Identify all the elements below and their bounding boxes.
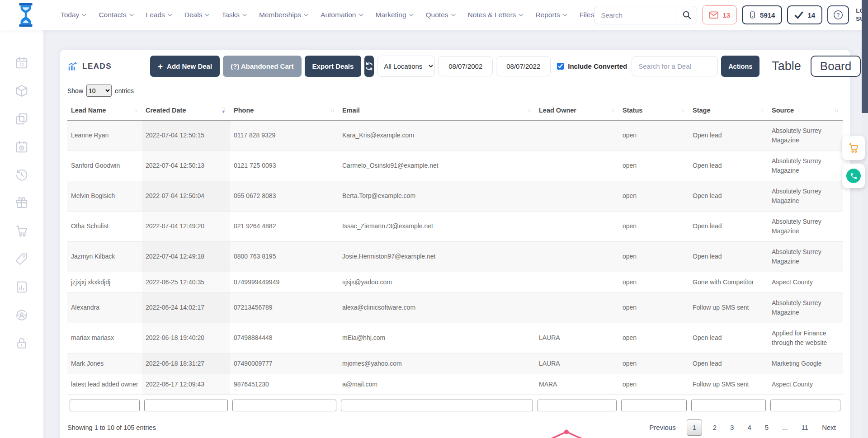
actions-button[interactable]: Actions — [721, 56, 760, 77]
phone-green-icon — [846, 169, 861, 183]
table-row[interactable]: jzjxjxj xkxkdjdj2022-06-25 12:40:3507499… — [67, 272, 843, 292]
sort-icon: ↑↓ — [611, 108, 614, 113]
view-table-button[interactable]: Table — [769, 59, 804, 74]
price-tag-icon[interactable]: $ — [15, 252, 28, 266]
export-deals-button[interactable]: Export Deals — [305, 56, 362, 77]
add-new-deal-button[interactable]: + Add New Deal — [150, 56, 220, 77]
pagination: Previous12345...11Next — [642, 419, 843, 436]
page-ellipsis[interactable]: ... — [775, 420, 795, 435]
filter-input-phone[interactable] — [232, 400, 336, 411]
filter-input-status[interactable] — [621, 400, 687, 411]
column-header-lead-name[interactable]: Lead Name↑↓ — [67, 102, 142, 120]
calendar-icon[interactable]: 12 — [15, 56, 28, 70]
column-header-lead-owner[interactable]: Lead Owner↑↓ — [535, 102, 619, 120]
calls-badge[interactable]: 5914 — [742, 5, 782, 24]
gift-icon[interactable] — [15, 196, 28, 210]
page-next[interactable]: Next — [815, 420, 843, 435]
nav-contacts[interactable]: Contacts — [99, 11, 133, 19]
search-button[interactable] — [676, 6, 697, 24]
table-row[interactable]: latest lead added owner2022-06-17 12:09:… — [67, 374, 843, 395]
call-widget[interactable] — [842, 164, 865, 188]
table-row[interactable]: Alexandra2022-06-24 14:02:1707213456789a… — [67, 292, 843, 323]
column-header-stage[interactable]: Stage↑↓ — [689, 102, 768, 120]
nav-tasks[interactable]: Tasks — [222, 11, 247, 19]
view-board-button[interactable]: Board — [811, 56, 861, 77]
nav-today[interactable]: Today — [61, 11, 86, 19]
page-5[interactable]: 5 — [758, 420, 775, 435]
leads-chart-icon — [67, 61, 77, 71]
cell-stage: Open lead — [689, 120, 768, 151]
nav-leads[interactable]: Leads — [146, 11, 172, 19]
search-input[interactable] — [594, 11, 676, 19]
cell-stage: Open lead — [689, 151, 768, 181]
page-2[interactable]: 2 — [706, 420, 723, 435]
nav-reports[interactable]: Reports — [535, 11, 567, 19]
copy-icon[interactable] — [15, 112, 28, 126]
cell-phone: 0117 828 9329 — [230, 120, 339, 151]
nav-automation[interactable]: Automation — [321, 11, 363, 19]
filter-input-lead-name[interactable] — [70, 400, 140, 411]
column-label: Phone — [234, 107, 254, 114]
cell-name: Sanford Goodwin — [67, 151, 142, 181]
package-icon[interactable] — [15, 84, 28, 98]
table-row[interactable]: mariax mariasx2022-06-18 19:40:200749888… — [67, 323, 843, 353]
cell-phone: 0800 763 8195 — [230, 241, 339, 272]
column-header-phone[interactable]: Phone↑↓ — [230, 102, 339, 120]
table-row[interactable]: Jazmyn Kilback2022-07-04 12:49:180800 76… — [67, 241, 843, 272]
include-converted-checkbox[interactable] — [557, 63, 564, 70]
cell-status: open — [619, 241, 689, 272]
sort-icon: ↑↓ — [681, 108, 684, 113]
filter-input-lead-owner[interactable] — [538, 400, 617, 411]
table-row[interactable]: Mark Jones2022-06-18 18:31:2707490009777… — [67, 353, 843, 374]
search-icon — [682, 10, 691, 19]
page-11[interactable]: 11 — [795, 420, 816, 435]
messages-badge[interactable]: 13 — [702, 5, 737, 24]
cell-status: open — [619, 374, 689, 395]
nav-notes-letters[interactable]: Notes & Letters — [468, 11, 524, 19]
nav-marketing[interactable]: Marketing — [376, 11, 414, 19]
refresh-button[interactable] — [364, 56, 374, 77]
user-sync-icon[interactable] — [15, 308, 28, 322]
cart-icon[interactable] — [15, 224, 28, 238]
table-row[interactable]: Leanne Ryan2022-07-04 12:50:150117 828 9… — [67, 120, 843, 151]
filter-input-created-date[interactable] — [144, 400, 228, 411]
date-from-input[interactable] — [438, 56, 493, 76]
history-icon[interactable] — [15, 168, 28, 182]
report-icon[interactable] — [15, 280, 28, 294]
scrollbar-thumb[interactable] — [862, 0, 868, 113]
column-header-created-date[interactable]: Created Date↑↓▼ — [142, 102, 230, 120]
location-select[interactable]: All Locations — [377, 56, 435, 77]
check-icon — [794, 11, 803, 19]
date-to-input[interactable] — [496, 56, 551, 76]
filter-input-stage[interactable] — [691, 400, 766, 411]
svg-text:$: $ — [23, 254, 25, 259]
table-row[interactable]: Melvin Bogisich2022-07-04 12:50:04055 06… — [67, 181, 843, 211]
table-row[interactable]: Otha Schulist2022-07-04 12:49:20021 9264… — [67, 211, 843, 241]
column-header-status[interactable]: Status↑↓ — [619, 102, 689, 120]
cell-source: Aspect County — [768, 272, 843, 292]
abandoned-cart-button[interactable]: (?) Abandoned Cart — [223, 56, 301, 77]
tasks-badge[interactable]: 14 — [787, 5, 822, 24]
help-button[interactable]: ? — [827, 5, 849, 24]
entries-select[interactable]: 10 — [86, 85, 112, 97]
nav-memberships[interactable]: Memberships — [259, 11, 308, 19]
lock-icon[interactable] — [15, 336, 28, 350]
filter-input-email[interactable] — [341, 400, 533, 411]
table-row[interactable]: Sanford Goodwin2022-07-04 12:50:130121 7… — [67, 151, 843, 181]
abandoned-cart-widget[interactable] — [842, 136, 865, 160]
column-header-email[interactable]: Email↑↓ — [339, 102, 535, 120]
page-4[interactable]: 4 — [741, 420, 758, 435]
deal-search-input[interactable] — [632, 56, 718, 76]
calendar-event-icon[interactable] — [15, 140, 28, 154]
calls-count: 5914 — [760, 11, 775, 19]
page-previous[interactable]: Previous — [642, 420, 682, 435]
app-logo[interactable] — [16, 3, 35, 27]
page-current[interactable]: 1 — [687, 419, 702, 436]
page-3[interactable]: 3 — [723, 420, 741, 435]
nav-files[interactable]: Files — [580, 11, 594, 19]
nav-deals[interactable]: Deals — [184, 11, 210, 19]
column-label: Source — [772, 107, 794, 114]
filter-input-source[interactable] — [770, 400, 840, 411]
nav-quotes[interactable]: Quotes — [426, 11, 456, 19]
column-header-source[interactable]: Source↑↓ — [768, 102, 843, 120]
